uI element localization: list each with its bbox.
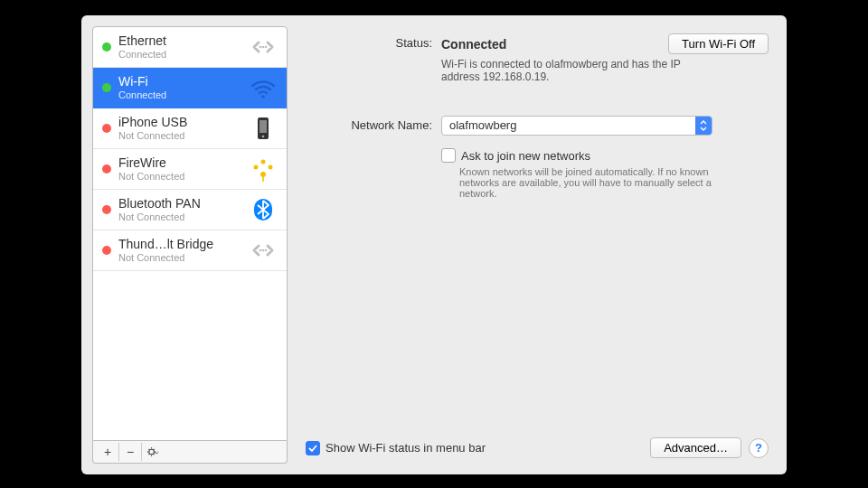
ethernet-icon <box>249 33 278 61</box>
svg-line-23 <box>148 454 149 455</box>
sidebar-item-label: FireWire <box>118 156 249 170</box>
sidebar-item-label: Wi-Fi <box>118 75 249 89</box>
status-value: Connected <box>441 37 506 52</box>
bluetooth-icon <box>249 195 278 224</box>
status-dot <box>102 246 111 255</box>
svg-point-9 <box>254 165 259 170</box>
show-menubar-checkbox[interactable] <box>306 441 320 455</box>
svg-point-16 <box>149 449 155 455</box>
help-button[interactable]: ? <box>749 438 769 458</box>
svg-point-7 <box>260 172 266 177</box>
svg-point-1 <box>262 46 265 49</box>
status-dot <box>102 83 111 92</box>
svg-line-24 <box>154 449 155 450</box>
status-dot <box>102 205 111 214</box>
svg-point-14 <box>262 249 265 252</box>
sidebar-item-bluetooth-pan[interactable]: Bluetooth PAN Not Connected <box>93 190 287 230</box>
bottom-bar: Show Wi-Fi status in menu bar Advanced… … <box>306 427 769 458</box>
sidebar-item-ethernet[interactable]: Ethernet Connected <box>93 27 287 68</box>
remove-interface-button[interactable]: − <box>119 443 142 461</box>
gear-icon <box>146 446 159 458</box>
svg-point-3 <box>261 95 265 99</box>
sidebar-item-label: Ethernet <box>118 34 249 48</box>
network-name-label: Network Name: <box>306 116 441 132</box>
actions-menu-button[interactable] <box>142 443 164 461</box>
sidebar-list: Ethernet Connected Wi-Fi Connected <box>92 26 288 441</box>
svg-point-0 <box>259 46 262 49</box>
iphone-icon <box>249 114 278 143</box>
svg-rect-11 <box>262 177 264 182</box>
sidebar-item-sub: Not Connected <box>118 211 249 222</box>
ask-join-label: Ask to join new networks <box>461 149 590 163</box>
ask-join-checkbox[interactable] <box>441 148 456 163</box>
svg-line-22 <box>154 454 155 455</box>
sidebar-item-label: Thund…lt Bridge <box>118 238 249 251</box>
status-description: Wi-Fi is connected to olafmowberg and ha… <box>441 58 703 83</box>
turn-wifi-off-button[interactable]: Turn Wi-Fi Off <box>668 33 769 54</box>
select-caret-icon <box>695 117 712 135</box>
sidebar-item-sub: Connected <box>118 49 249 60</box>
thunderbolt-bridge-icon <box>249 236 278 265</box>
network-name-select[interactable]: olafmowberg <box>441 116 712 136</box>
status-dot <box>102 42 111 52</box>
sidebar-footer: + − <box>92 441 288 464</box>
network-name-value: olafmowberg <box>441 116 712 136</box>
advanced-button[interactable]: Advanced… <box>650 437 741 458</box>
svg-line-21 <box>148 449 149 450</box>
svg-point-15 <box>265 249 268 252</box>
firewire-icon <box>249 155 278 183</box>
sidebar: Ethernet Connected Wi-Fi Connected <box>92 26 288 464</box>
svg-point-6 <box>262 136 265 138</box>
svg-rect-5 <box>259 120 267 133</box>
sidebar-item-wifi[interactable]: Wi-Fi Connected <box>93 68 287 108</box>
sidebar-item-iphone-usb[interactable]: iPhone USB Not Connected <box>93 108 287 149</box>
svg-point-13 <box>259 249 262 252</box>
svg-point-2 <box>265 46 268 49</box>
sidebar-item-label: Bluetooth PAN <box>118 197 249 211</box>
sidebar-item-thunderbolt-bridge[interactable]: Thund…lt Bridge Not Connected <box>93 230 287 271</box>
sidebar-item-sub: Connected <box>118 89 249 100</box>
sidebar-item-sub: Not Connected <box>118 171 249 182</box>
status-dot <box>102 124 111 133</box>
status-dot <box>102 164 111 174</box>
svg-point-8 <box>261 160 266 164</box>
svg-point-10 <box>269 165 273 170</box>
network-preferences-window: Ethernet Connected Wi-Fi Connected <box>81 15 787 474</box>
sidebar-item-sub: Not Connected <box>118 252 249 263</box>
sidebar-item-label: iPhone USB <box>118 116 249 129</box>
add-interface-button[interactable]: + <box>97 443 119 461</box>
show-menubar-label: Show Wi-Fi status in menu bar <box>326 441 486 455</box>
sidebar-item-sub: Not Connected <box>118 130 249 141</box>
wifi-icon <box>249 73 278 102</box>
sidebar-item-firewire[interactable]: FireWire Not Connected <box>93 149 287 190</box>
detail-panel: Status: Connected Turn Wi-Fi Off Wi-Fi i… <box>288 26 776 464</box>
status-label: Status: <box>306 33 441 50</box>
ask-join-help: Known networks will be joined automatica… <box>459 166 722 199</box>
